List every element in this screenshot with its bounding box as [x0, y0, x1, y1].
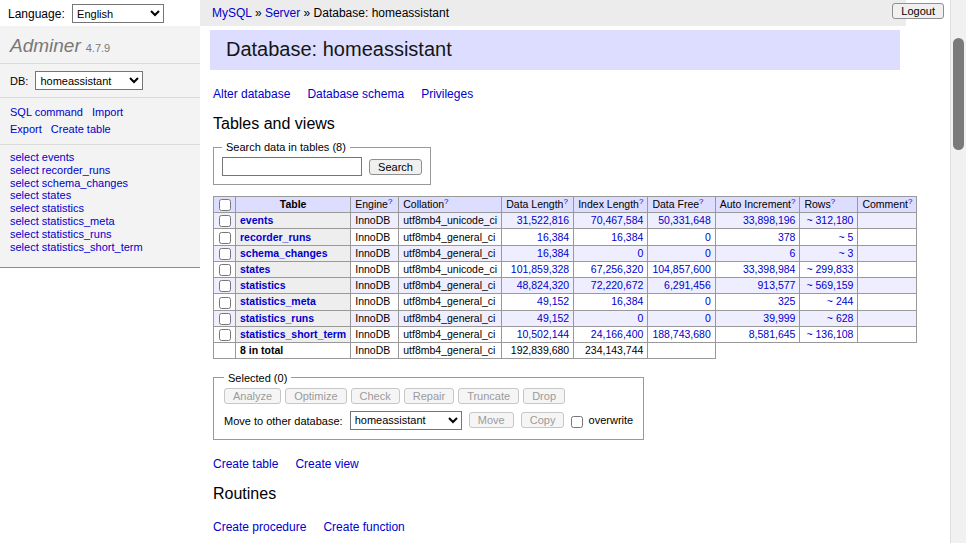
row-checkbox-statistics_short_term[interactable]	[219, 329, 231, 341]
table-name-link-statistics_runs[interactable]: statistics_runs	[240, 312, 314, 324]
search-input[interactable]	[222, 157, 362, 176]
truncate-button[interactable]: Truncate	[458, 388, 519, 404]
data-free-link[interactable]: 50,331,648	[658, 214, 711, 226]
table-link-schema_changes[interactable]: schema_changes	[42, 177, 128, 189]
rows-count-link[interactable]: ~ 5	[839, 231, 854, 243]
table-link-recorder_runs[interactable]: recorder_runs	[42, 164, 110, 176]
data-length-link[interactable]: 49,152	[537, 295, 569, 307]
nav-link-alter-database[interactable]: Alter database	[213, 87, 290, 101]
nav-link-privileges[interactable]: Privileges	[421, 87, 473, 101]
data-free-link[interactable]: 0	[705, 312, 711, 324]
select-link-statistics_short_term[interactable]: select	[10, 241, 39, 253]
data-length-link[interactable]: 101,859,328	[511, 263, 569, 275]
sidebar-link-import[interactable]: Import	[92, 106, 123, 118]
table-name-link-recorder_runs[interactable]: recorder_runs	[240, 231, 311, 243]
create-link-create-view[interactable]: Create view	[295, 457, 358, 471]
index-length-link[interactable]: 70,467,584	[591, 214, 644, 226]
data-length-link[interactable]: 16,384	[537, 247, 569, 259]
sidebar-link-export[interactable]: Export	[10, 123, 42, 135]
index-length-link[interactable]: 24,166,400	[591, 328, 644, 340]
help-icon[interactable]: ?	[563, 197, 567, 206]
auto-increment-link[interactable]: 913,577	[757, 279, 795, 291]
scrollbar-thumb[interactable]	[953, 38, 964, 150]
data-free-link[interactable]: 188,743,680	[652, 328, 710, 340]
move-button[interactable]: Move	[469, 412, 514, 428]
select-link-statistics_runs[interactable]: select	[10, 228, 39, 240]
move-db-select[interactable]: homeassistant	[350, 411, 462, 430]
table-link-statistics_short_term[interactable]: statistics_short_term	[42, 241, 143, 253]
select-link-recorder_runs[interactable]: select	[10, 164, 39, 176]
overwrite-checkbox[interactable]	[571, 416, 583, 428]
help-icon[interactable]: ?	[908, 197, 912, 206]
scrollbar-track[interactable]	[950, 0, 966, 543]
check-button[interactable]: Check	[351, 388, 400, 404]
table-link-states[interactable]: states	[42, 189, 71, 201]
index-length-link[interactable]: 16,384	[611, 295, 643, 307]
data-length-link[interactable]: 16,384	[537, 231, 569, 243]
data-length-link[interactable]: 49,152	[537, 312, 569, 324]
rows-count-link[interactable]: ~ 136,108	[806, 328, 853, 340]
copy-button[interactable]: Copy	[521, 412, 565, 428]
search-button[interactable]: Search	[369, 159, 422, 175]
analyze-button[interactable]: Analyze	[224, 388, 281, 404]
table-name-link-statistics_short_term[interactable]: statistics_short_term	[240, 328, 346, 340]
data-length-link[interactable]: 31,522,816	[517, 214, 570, 226]
auto-increment-link[interactable]: 6	[790, 247, 796, 259]
data-free-link[interactable]: 0	[705, 247, 711, 259]
select-all-checkbox[interactable]	[219, 199, 231, 211]
data-length-link[interactable]: 10,502,144	[517, 328, 570, 340]
create-link-create-table[interactable]: Create table	[213, 457, 278, 471]
auto-increment-link[interactable]: 325	[778, 295, 796, 307]
help-icon[interactable]: ?	[699, 197, 703, 206]
index-length-link[interactable]: 0	[638, 247, 644, 259]
rows-count-link[interactable]: ~ 3	[839, 247, 854, 259]
help-icon[interactable]: ?	[791, 197, 795, 206]
sidebar-link-create-table[interactable]: Create table	[51, 123, 111, 135]
select-link-statistics[interactable]: select	[10, 202, 39, 214]
help-icon[interactable]: ?	[444, 197, 448, 206]
auto-increment-link[interactable]: 8,581,645	[749, 328, 796, 340]
table-name-link-events[interactable]: events	[240, 214, 273, 226]
sidebar-link-sql-command[interactable]: SQL command	[10, 106, 83, 118]
table-name-link-states[interactable]: states	[240, 263, 270, 275]
rows-count-link[interactable]: ~ 569,159	[806, 279, 853, 291]
db-select[interactable]: homeassistant	[35, 71, 143, 90]
drop-button[interactable]: Drop	[523, 388, 565, 404]
breadcrumb-link-server[interactable]: Server	[265, 6, 300, 20]
overwrite-label[interactable]: overwrite	[589, 414, 634, 426]
auto-increment-link[interactable]: 378	[778, 231, 796, 243]
table-link-statistics_runs[interactable]: statistics_runs	[42, 228, 112, 240]
table-link-statistics[interactable]: statistics	[42, 202, 84, 214]
data-free-link[interactable]: 6,291,456	[664, 279, 711, 291]
rows-count-link[interactable]: ~ 628	[827, 312, 854, 324]
auto-increment-link[interactable]: 39,999	[763, 312, 795, 324]
routines-link-create-function[interactable]: Create function	[323, 520, 404, 534]
index-length-link[interactable]: 72,220,672	[591, 279, 644, 291]
data-free-link[interactable]: 0	[705, 231, 711, 243]
row-checkbox-statistics_meta[interactable]	[219, 297, 231, 309]
app-title-link[interactable]: Adminer	[10, 35, 81, 56]
breadcrumb-link-mysql[interactable]: MySQL	[212, 6, 252, 20]
help-icon[interactable]: ?	[831, 197, 835, 206]
table-name-link-statistics[interactable]: statistics	[240, 279, 286, 291]
data-free-link[interactable]: 0	[705, 295, 711, 307]
row-checkbox-events[interactable]	[219, 215, 231, 227]
logout-button[interactable]: Logout	[892, 3, 944, 19]
optimize-button[interactable]: Optimize	[285, 388, 346, 404]
rows-count-link[interactable]: ~ 312,180	[806, 214, 853, 226]
table-link-events[interactable]: events	[42, 151, 74, 163]
row-checkbox-recorder_runs[interactable]	[219, 232, 231, 244]
rows-count-link[interactable]: ~ 299,833	[806, 263, 853, 275]
auto-increment-link[interactable]: 33,398,984	[743, 263, 796, 275]
help-icon[interactable]: ?	[639, 197, 643, 206]
table-name-link-schema_changes[interactable]: schema_changes	[240, 247, 328, 259]
index-length-link[interactable]: 16,384	[611, 231, 643, 243]
nav-link-database-schema[interactable]: Database schema	[307, 87, 404, 101]
data-length-link[interactable]: 48,824,320	[517, 279, 570, 291]
help-icon[interactable]: ?	[388, 197, 392, 206]
select-link-events[interactable]: select	[10, 151, 39, 163]
select-link-statistics_meta[interactable]: select	[10, 215, 39, 227]
rows-count-link[interactable]: ~ 244	[827, 295, 854, 307]
index-length-link[interactable]: 0	[638, 312, 644, 324]
row-checkbox-statistics[interactable]	[219, 280, 231, 292]
